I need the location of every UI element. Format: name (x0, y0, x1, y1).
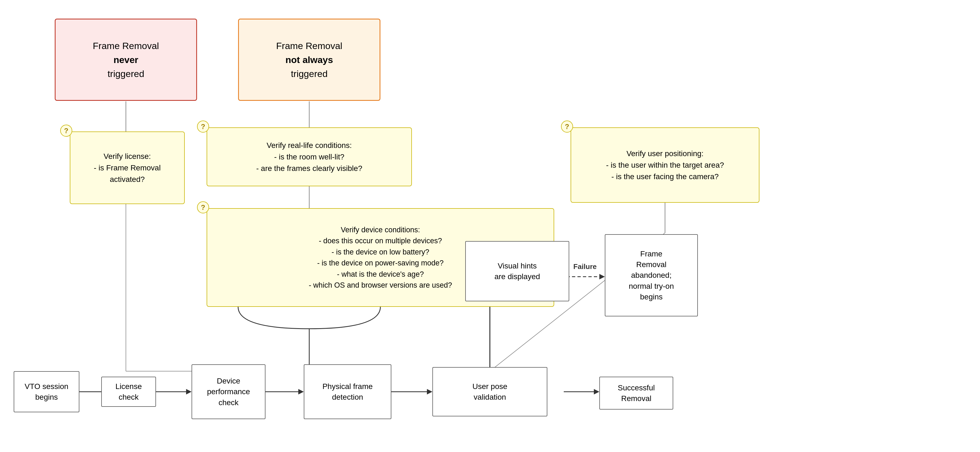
diagram: Frame Removal never triggered Frame Remo… (0, 0, 980, 452)
verify-user-box: Verify user positioning: - is the user w… (571, 128, 759, 203)
physical-frame-box: Physical framedetection (304, 364, 391, 419)
verify-license-box: Verify license: - is Frame Removal activ… (70, 131, 185, 204)
device-performance-box: Deviceperformancecheck (192, 364, 266, 419)
svg-marker-8 (298, 389, 304, 395)
question-badge-reallife: ? (197, 121, 209, 133)
user-pose-box: User posevalidation (433, 367, 547, 416)
never-triggered-box: Frame Removal never triggered (55, 19, 197, 101)
not-always-triggered-box: Frame Removal not always triggered (238, 19, 380, 101)
svg-marker-10 (427, 389, 433, 395)
visual-hints-box: Visual hintsare displayed (465, 241, 569, 301)
svg-marker-6 (186, 389, 192, 395)
successful-removal-box: SuccessfulRemoval (599, 377, 673, 409)
svg-marker-13 (594, 389, 599, 395)
frame-abandoned-box: FrameRemovalabandoned;normal try-onbegin… (605, 234, 698, 316)
question-badge-license: ? (60, 125, 72, 137)
license-check-box: License check (101, 377, 156, 407)
question-badge-user: ? (561, 121, 573, 133)
svg-marker-15 (599, 274, 605, 280)
verify-reallife-box: Verify real-life conditions: - is the ro… (207, 128, 412, 186)
question-badge-device: ? (197, 201, 209, 213)
vto-session-box: VTO session begins (14, 371, 80, 412)
failure-label: Failure (573, 262, 597, 271)
